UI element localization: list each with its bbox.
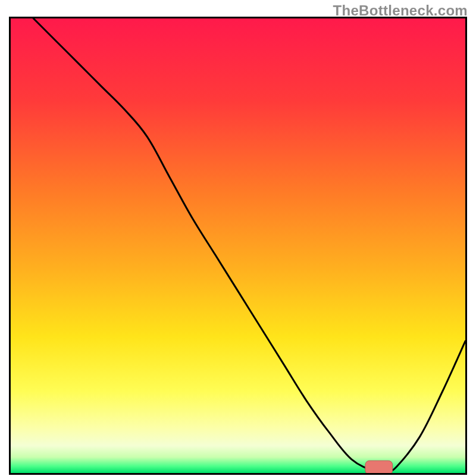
optimum-marker — [365, 461, 393, 474]
plot-background — [11, 18, 465, 473]
bottleneck-chart — [9, 17, 467, 475]
chart-stage: TheBottleneck.com — [0, 0, 476, 476]
